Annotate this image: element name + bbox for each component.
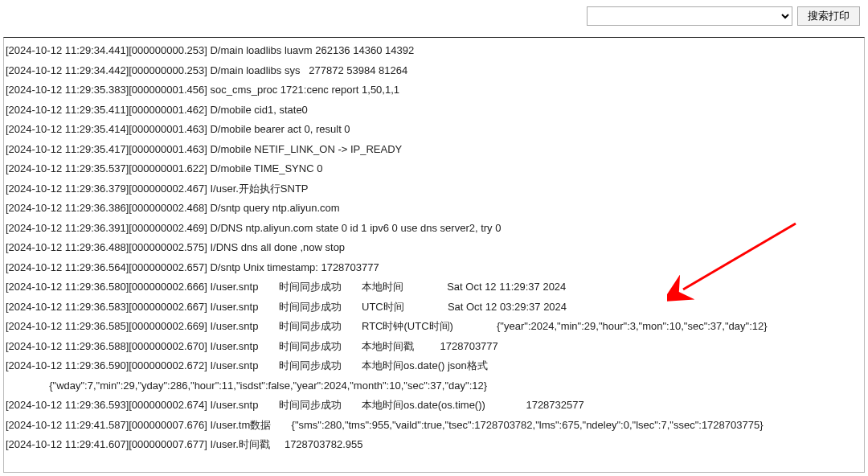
log-line: [2024-10-12 11:29:35.411][000000001.462]… (6, 101, 862, 121)
log-line: [2024-10-12 11:29:35.414][000000001.463]… (6, 120, 862, 140)
log-line: [2024-10-12 11:29:36.588][000000002.670]… (6, 337, 862, 357)
log-line: [2024-10-12 11:29:36.585][000000002.669]… (6, 317, 862, 337)
toolbar: 搜索打印 (587, 6, 860, 26)
log-line: [2024-10-12 11:29:36.564][000000002.657]… (6, 258, 862, 278)
log-line: [2024-10-12 11:29:36.488][000000002.575]… (6, 238, 862, 258)
log-line: [2024-10-12 11:29:36.379][000000002.467]… (6, 179, 862, 199)
log-line: {"wday":7,"min":29,"yday":286,"hour":11,… (6, 376, 862, 396)
log-line: [2024-10-12 11:29:34.442][000000000.253]… (6, 61, 862, 81)
log-line: [2024-10-12 11:29:34.441][000000000.253]… (6, 41, 862, 61)
log-line: [2024-10-12 11:29:36.590][000000002.672]… (6, 356, 862, 376)
log-line: [2024-10-12 11:29:36.391][000000002.469]… (6, 219, 862, 239)
log-line: [2024-10-12 11:29:36.583][000000002.667]… (6, 298, 862, 318)
log-line: [2024-10-12 11:29:41.607][000000007.677]… (6, 435, 862, 455)
search-select[interactable] (587, 6, 792, 26)
log-output: [2024-10-12 11:29:34.441][000000000.253]… (3, 37, 865, 473)
log-line: [2024-10-12 11:29:35.383][000000001.456]… (6, 80, 862, 101)
log-line: [2024-10-12 11:29:36.593][000000002.674]… (6, 396, 862, 416)
log-line: [2024-10-12 11:29:36.386][000000002.468]… (6, 199, 862, 219)
log-line: [2024-10-12 11:29:35.537][000000001.622]… (6, 159, 862, 179)
log-line: [2024-10-12 11:29:35.417][000000001.463]… (6, 140, 862, 160)
log-line: [2024-10-12 11:29:36.580][000000002.666]… (6, 277, 862, 298)
log-line: [2024-10-12 11:29:41.587][000000007.676]… (6, 416, 862, 436)
search-print-button[interactable]: 搜索打印 (797, 6, 860, 26)
